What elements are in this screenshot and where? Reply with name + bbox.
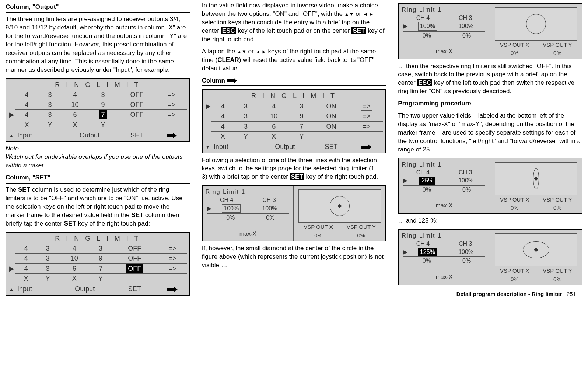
lcd-title: R I N G L I M I T — [205, 91, 384, 100]
table-row: 43 109 ON=> — [205, 111, 384, 121]
table-row: ▶ 43 67 OFF=> — [8, 263, 187, 273]
plus-icon: + — [534, 20, 538, 28]
value-cell: 125% — [418, 248, 437, 256]
para-set: The SET column is used to determine just… — [6, 186, 190, 228]
ch4-label: CH 4 — [206, 196, 248, 204]
heading-output: Column, "Output" — [6, 3, 190, 13]
lcd-table-2: R I N G L I M I T 43 43 OFF=> 43 109 OFF… — [6, 232, 190, 296]
svg-rect-0 — [167, 134, 173, 137]
lcd-title: R I N G L I M I T — [8, 234, 187, 243]
note: Note: Watch out for undesirable overlaps… — [6, 144, 190, 170]
vspx-label: VSP OUT X — [297, 223, 340, 231]
svg-rect-4 — [227, 79, 234, 82]
table-row: XY XY — [8, 273, 187, 283]
ring-title: Ring Limit 1 — [206, 188, 290, 196]
svg-rect-2 — [167, 288, 174, 291]
table-row: 43 43 OFF=> — [8, 244, 187, 254]
heading-procedure: Programming procedure — [398, 100, 582, 109]
para-still-off: … then the respective ring limiter is st… — [398, 62, 582, 96]
value-cell: 100% — [251, 205, 289, 213]
table-row: ▶ 43 43 ON=> — [205, 101, 384, 111]
para-output: The three ring limiters are pre-assigned… — [6, 15, 190, 74]
lcd-table-1: R I N G L I M I T 43 43 OFF=> 43 109 OFF… — [6, 78, 190, 142]
para-procedure: The two upper value fields – labeled at … — [398, 112, 582, 154]
svg-marker-7 — [368, 144, 372, 150]
lcd-table-3: R I N G L I M I T ▶ 43 43 ON=> 43 109 ON… — [202, 89, 386, 153]
joystick-graph — [495, 162, 577, 195]
go-arrow-icon — [227, 78, 237, 83]
value-cell: 100% — [222, 204, 241, 213]
esc-key-icon: ESC — [221, 27, 236, 34]
svg-marker-3 — [174, 287, 178, 292]
table-row: XY XY — [8, 120, 187, 130]
svg-marker-5 — [234, 78, 237, 83]
table-row: 43 109 OFF=> — [8, 254, 187, 263]
svg-rect-6 — [361, 146, 368, 149]
joystick-graph — [495, 233, 577, 266]
joystick-graph — [298, 189, 381, 223]
go-arrow-icon — [167, 287, 178, 292]
esc-key-icon: ESC — [417, 79, 432, 86]
go-arrow-icon — [361, 144, 372, 150]
lcd-footer: ▼ Input Output SET — [205, 141, 384, 151]
svg-marker-1 — [173, 133, 177, 138]
column-2: In the value field now displayed in inve… — [196, 0, 392, 377]
heading-set: Column, "SET" — [6, 174, 190, 184]
heading-column-arrow: Column — [202, 77, 386, 87]
ring-limit-display-3: Ring Limit 1 CH 4 CH 3 ▶ 25% 100% 0% 0% — [398, 158, 582, 214]
ch3-label: CH 3 — [248, 196, 290, 204]
maxx-label: max-X — [206, 230, 290, 238]
vspy-label: VSP OUT Y — [340, 223, 382, 231]
table-row: ▶ 43 67 OFF=> — [8, 110, 187, 120]
column-1: Column, "Output" The three ring limiters… — [0, 0, 196, 377]
para-125: … and 125 %: — [398, 217, 582, 225]
para-following: Following a selection of one of the thre… — [202, 156, 386, 182]
lcd-title: R I N G L I M I T — [8, 80, 187, 89]
page-footer: Detail program description - Ring limite… — [398, 288, 582, 298]
value-cell: 100% — [418, 22, 437, 31]
table-row: 43 43 OFF=> — [8, 90, 187, 100]
para-diamond: If, however, the small diamond at the ce… — [202, 244, 386, 270]
table-row: 43 109 OFF=> — [8, 100, 187, 110]
value-cell: 25% — [419, 177, 435, 185]
table-row: 43 67 ON=> — [205, 121, 384, 131]
ring-title: Ring Limit 1 — [402, 6, 486, 14]
lcd-footer: ▲ Input Output SET — [8, 130, 187, 140]
table-row: XY XY — [205, 131, 384, 141]
column-3: Ring Limit 1 CH 4 CH 3 ▶ 100% 100% 0% 0% — [392, 0, 588, 377]
set-key-icon: SET — [351, 27, 366, 34]
para-clear: A tap on the ▲▼ or ◄ ► keys of the right… — [202, 48, 386, 73]
para-on-off: In the value field now displayed in inve… — [202, 1, 386, 44]
joystick-graph: + — [495, 7, 577, 41]
ring-limit-display-1: Ring Limit 1 CH 4 CH 3 ▶ 100% 100% 0% 0% — [202, 185, 386, 241]
set-key-icon: SET — [290, 173, 304, 180]
lcd-footer: ▲ Input Output SET — [8, 283, 187, 294]
go-arrow-icon — [167, 133, 177, 138]
ring-limit-display-4: Ring Limit 1 CH 4 CH 3 ▶ 125% 100% 0% 0% — [398, 229, 582, 285]
ring-limit-display-2: Ring Limit 1 CH 4 CH 3 ▶ 100% 100% 0% 0% — [398, 3, 582, 59]
